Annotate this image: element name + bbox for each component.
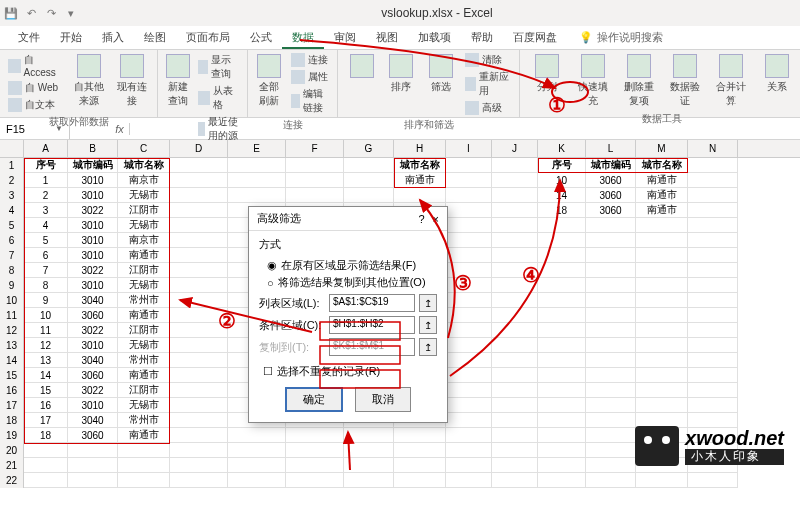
cell[interactable]: [24, 473, 68, 488]
select-all-corner[interactable]: [0, 140, 24, 157]
show-queries-button[interactable]: 显示查询: [196, 52, 241, 82]
cell[interactable]: [170, 158, 228, 173]
tab-draw[interactable]: 绘图: [134, 26, 176, 49]
cell[interactable]: [228, 173, 286, 188]
cell[interactable]: [228, 458, 286, 473]
tab-home[interactable]: 开始: [50, 26, 92, 49]
cell[interactable]: [636, 398, 688, 413]
cell[interactable]: [446, 248, 492, 263]
cell[interactable]: [170, 368, 228, 383]
cell[interactable]: [688, 248, 738, 263]
cell[interactable]: [586, 308, 636, 323]
cell[interactable]: 江阴市: [118, 203, 170, 218]
row-header[interactable]: 5: [0, 218, 24, 233]
cell[interactable]: [492, 458, 538, 473]
cell[interactable]: [538, 218, 586, 233]
reapply-button[interactable]: 重新应用: [463, 69, 514, 99]
cell[interactable]: 18: [24, 428, 68, 443]
cell[interactable]: [170, 233, 228, 248]
cell[interactable]: [492, 293, 538, 308]
cell[interactable]: [688, 263, 738, 278]
cell[interactable]: 3010: [68, 278, 118, 293]
cell[interactable]: [170, 323, 228, 338]
cell[interactable]: [68, 473, 118, 488]
ok-button[interactable]: 确定: [285, 387, 343, 412]
cell[interactable]: [688, 368, 738, 383]
cell[interactable]: 14: [538, 188, 586, 203]
row-header[interactable]: 18: [0, 413, 24, 428]
sort-button[interactable]: 排序: [384, 52, 419, 96]
redo-icon[interactable]: ↷: [44, 6, 58, 20]
cell[interactable]: 3060: [68, 368, 118, 383]
cell[interactable]: [446, 368, 492, 383]
cell[interactable]: 14: [24, 368, 68, 383]
row-header[interactable]: 2: [0, 173, 24, 188]
close-button[interactable]: ×: [433, 213, 439, 225]
cell[interactable]: [636, 473, 688, 488]
edit-links-button[interactable]: 编辑链接: [289, 86, 332, 116]
cell[interactable]: [170, 458, 228, 473]
cell[interactable]: [24, 443, 68, 458]
cell[interactable]: 无锡市: [118, 218, 170, 233]
row-header[interactable]: 20: [0, 443, 24, 458]
cell[interactable]: [170, 293, 228, 308]
undo-icon[interactable]: ↶: [24, 6, 38, 20]
cell[interactable]: 3040: [68, 353, 118, 368]
unique-records-checkbox[interactable]: ☐选择不重复的记录(R): [263, 364, 437, 379]
cell[interactable]: [394, 428, 446, 443]
cell[interactable]: 12: [24, 338, 68, 353]
cell[interactable]: [68, 458, 118, 473]
cell[interactable]: [170, 443, 228, 458]
cell[interactable]: 3022: [68, 323, 118, 338]
cell[interactable]: [492, 338, 538, 353]
cell[interactable]: 16: [24, 398, 68, 413]
cell[interactable]: [688, 233, 738, 248]
col-header[interactable]: F: [286, 140, 344, 157]
cell[interactable]: [446, 308, 492, 323]
row-header[interactable]: 21: [0, 458, 24, 473]
cell[interactable]: [492, 413, 538, 428]
cell[interactable]: [586, 353, 636, 368]
cell[interactable]: [344, 473, 394, 488]
other-sources-button[interactable]: 自其他来源: [70, 52, 109, 110]
tab-insert[interactable]: 插入: [92, 26, 134, 49]
cell[interactable]: [688, 473, 738, 488]
cell[interactable]: [492, 248, 538, 263]
cell[interactable]: [492, 368, 538, 383]
cell[interactable]: [68, 443, 118, 458]
cell[interactable]: [446, 383, 492, 398]
cell[interactable]: [688, 158, 738, 173]
cell[interactable]: [286, 158, 344, 173]
col-header[interactable]: M: [636, 140, 688, 157]
col-header[interactable]: N: [688, 140, 738, 157]
cell[interactable]: [538, 293, 586, 308]
cell[interactable]: 1: [24, 173, 68, 188]
cell[interactable]: [586, 443, 636, 458]
cell[interactable]: [688, 173, 738, 188]
cell[interactable]: 3022: [68, 203, 118, 218]
clear-filter-button[interactable]: 清除: [463, 52, 514, 68]
cell[interactable]: [636, 323, 688, 338]
cell[interactable]: [286, 473, 344, 488]
cell[interactable]: [446, 218, 492, 233]
copy-to-input[interactable]: $K$1:$M$1: [329, 338, 415, 356]
tab-formulas[interactable]: 公式: [240, 26, 282, 49]
cell[interactable]: [170, 428, 228, 443]
cell[interactable]: 3022: [68, 263, 118, 278]
cell[interactable]: [170, 218, 228, 233]
col-header[interactable]: A: [24, 140, 68, 157]
cell[interactable]: [170, 413, 228, 428]
cell[interactable]: 常州市: [118, 293, 170, 308]
cell[interactable]: [586, 383, 636, 398]
cell[interactable]: [394, 188, 446, 203]
col-header[interactable]: G: [344, 140, 394, 157]
col-header[interactable]: I: [446, 140, 492, 157]
cell[interactable]: 南通市: [118, 308, 170, 323]
cell[interactable]: 3060: [586, 173, 636, 188]
cell[interactable]: 3060: [68, 308, 118, 323]
cell[interactable]: [538, 278, 586, 293]
cell[interactable]: [118, 443, 170, 458]
cell[interactable]: [170, 263, 228, 278]
cell[interactable]: 江阴市: [118, 383, 170, 398]
cell[interactable]: [446, 338, 492, 353]
